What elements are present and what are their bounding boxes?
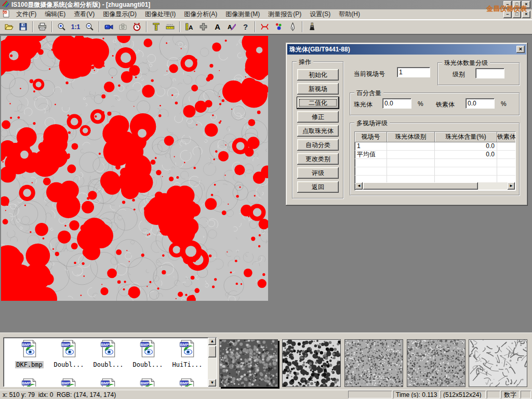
svg-text:BMP: BMP <box>180 342 189 347</box>
window-restore-button[interactable]: □ <box>513 1 521 8</box>
table-row[interactable] <box>355 159 515 167</box>
mdi-restore-button[interactable]: □ <box>513 11 521 18</box>
open-folder-icon[interactable] <box>3 21 16 33</box>
zoom-in-icon[interactable] <box>55 21 68 33</box>
sample-thumbnail-1-high-contrast[interactable] <box>282 339 341 387</box>
actual-size-label: 1:1 <box>71 23 80 31</box>
menu-item-7[interactable]: 测量报告(P) <box>264 9 305 20</box>
file-item-row2-1[interactable]: BMP <box>49 378 88 387</box>
mdi-buttons: –□× <box>503 11 530 18</box>
op-button-0[interactable]: 初始化 <box>297 69 339 81</box>
rgb-particles-icon[interactable] <box>272 21 285 33</box>
toolbar: 1:1AAA? <box>0 20 532 34</box>
svg-text:DOC: DOC <box>2 11 8 14</box>
file-item-row2-2[interactable]: BMP <box>89 378 128 387</box>
table-header-0[interactable]: 视场号 <box>355 132 387 142</box>
menu-item-9[interactable]: 帮助(H) <box>335 9 364 20</box>
table-row[interactable]: 10.0 <box>355 142 515 151</box>
menu-item-4[interactable]: 图像处理(I) <box>141 9 180 20</box>
menu-item-3[interactable]: 图像显示(D) <box>99 9 141 20</box>
file-item-row2-3[interactable]: BMP <box>128 378 167 387</box>
pearlite-percent-input[interactable] <box>382 98 411 109</box>
op-button-4[interactable]: 点取珠光体 <box>297 125 339 137</box>
dialog-close-button[interactable]: × <box>516 46 525 53</box>
svg-text:BMP: BMP <box>180 381 189 385</box>
op-button-8[interactable]: 返回 <box>297 181 339 193</box>
file-item-3[interactable]: BMPDoubl... <box>128 340 167 369</box>
file-item-2[interactable]: BMPDoubl... <box>89 340 128 369</box>
menu-item-6[interactable]: 图像测量(M) <box>221 9 264 20</box>
sample-thumbnail-3-fine-speckle[interactable] <box>407 339 466 387</box>
ruler-icon[interactable] <box>164 21 177 33</box>
mdi-minimize-button[interactable]: – <box>503 11 512 18</box>
table-header-1[interactable]: 珠光体级别 <box>387 132 435 142</box>
sample-thumbnail-0-dark-coarse[interactable] <box>219 339 278 387</box>
file-item-4[interactable]: BMPHuiTi... <box>168 340 207 369</box>
print-icon[interactable] <box>36 21 49 33</box>
op-button-5[interactable]: 自动分类 <box>297 139 339 151</box>
pen-icon[interactable] <box>286 21 299 33</box>
menu-item-8[interactable]: 设置(S) <box>305 9 335 20</box>
sample-thumbnail-4-light-flakes[interactable] <box>469 339 527 387</box>
svg-text:BMP: BMP <box>140 342 149 347</box>
file-name: Doubl... <box>53 361 85 368</box>
op-button-7[interactable]: 评级 <box>297 167 339 179</box>
file-item-row2-4[interactable]: BMP <box>168 378 207 387</box>
level-input[interactable] <box>475 68 504 78</box>
menu-item-0[interactable]: 文件(F) <box>12 9 41 20</box>
op-button-1[interactable]: 新视场 <box>297 83 339 95</box>
current-field-input[interactable] <box>397 67 430 77</box>
mdi-close-button[interactable]: × <box>522 11 530 18</box>
pearlite-percent-sign: % <box>418 100 423 108</box>
sample-thumbnail-2-fine-speckle[interactable] <box>344 339 403 387</box>
zoom-out-icon[interactable] <box>83 21 96 33</box>
brush-icon[interactable] <box>305 21 318 33</box>
curve-tool-icon[interactable] <box>258 21 271 33</box>
op-button-3[interactable]: 修正 <box>297 111 339 123</box>
scroll-thumb[interactable] <box>363 182 478 190</box>
file-item-1[interactable]: BMPDoubl... <box>49 340 88 369</box>
measure-scale-icon[interactable]: A <box>183 21 196 33</box>
ferrite-percent-input[interactable] <box>466 98 495 109</box>
file-browser[interactable]: BMPDKF.bmpBMPDoubl...BMPDoubl...BMPDoubl… <box>3 337 217 387</box>
status-panel-empty-3 <box>521 391 531 398</box>
window-minimize-button[interactable]: – <box>503 1 512 8</box>
title-bar: IS100显微摄像系统(金相分析版) - [zhuguangti01] –□× <box>0 0 532 9</box>
video-camera-icon[interactable] <box>102 21 115 33</box>
caption-buttons: –□× <box>503 1 530 8</box>
caliper-icon[interactable] <box>150 21 163 33</box>
window-close-button[interactable]: × <box>522 1 530 8</box>
table-header-2[interactable]: 珠光体含量(%) <box>435 132 497 142</box>
table-horizontal-scrollbar[interactable]: ◄ ► <box>355 182 515 190</box>
scroll-left-arrow[interactable]: ◄ <box>355 182 363 190</box>
dialog-title-bar[interactable]: 珠光体(GB/T9441-88) × <box>287 44 526 55</box>
rating-table[interactable]: 视场号珠光体级别珠光体含量(%)铁素体含量(%) 10.0平均值0.0 ◄ ► <box>354 131 516 191</box>
text-a-icon[interactable]: A <box>211 21 224 33</box>
toolbar-separator <box>99 21 100 32</box>
table-row[interactable] <box>355 167 515 176</box>
save-icon[interactable] <box>17 21 30 33</box>
scroll-right-arrow[interactable]: ► <box>508 182 515 190</box>
bmp-file-icon: BMP <box>49 378 88 387</box>
scroll-down-arrow[interactable]: ▼ <box>208 379 216 387</box>
table-row[interactable]: 平均值0.0 <box>355 151 515 159</box>
op-button-6[interactable]: 更改类别 <box>297 153 339 165</box>
op-button-2[interactable]: 二值化 <box>297 97 339 109</box>
menu-item-1[interactable]: 编辑(E) <box>41 9 70 20</box>
svg-text:BMP: BMP <box>140 381 149 385</box>
help-icon[interactable]: ? <box>239 21 252 33</box>
micrograph-binarized-image[interactable] <box>1 36 268 301</box>
file-item-0[interactable]: BMPDKF.bmp <box>10 340 49 369</box>
timer-clock-icon[interactable] <box>130 21 143 33</box>
menu-item-2[interactable]: 查看(V) <box>70 9 99 20</box>
photo-camera-icon[interactable] <box>116 21 129 33</box>
scroll-up-arrow[interactable]: ▲ <box>208 338 216 345</box>
actual-size-icon[interactable]: 1:1 <box>69 21 82 33</box>
table-header-3[interactable]: 铁素体含量(%) <box>497 132 516 142</box>
annotate-a-icon[interactable]: A <box>225 21 238 33</box>
filelist-scrollbar[interactable]: ▲▼ <box>208 338 217 387</box>
scroll-thumb[interactable] <box>208 346 216 357</box>
file-item-row2-0[interactable]: BMP <box>10 378 49 387</box>
move-cross-icon[interactable] <box>197 21 210 33</box>
menu-item-5[interactable]: 图像分析(A) <box>180 9 221 20</box>
